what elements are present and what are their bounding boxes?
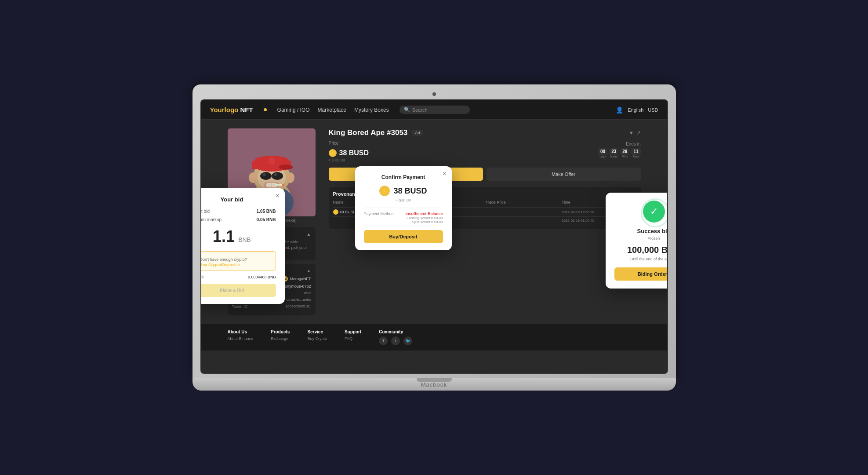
min-markup-value: 0.05 BNB xyxy=(257,217,276,222)
laptop-label: Macbook xyxy=(421,381,447,388)
success-check-icon: ✓ xyxy=(643,201,665,223)
footer: About Us About Binance Products Exchange… xyxy=(201,324,667,351)
nav-right: 👤 English USD xyxy=(616,106,658,113)
user-icon: 👤 xyxy=(616,106,623,113)
nav-gaming[interactable]: Gaming / IGO xyxy=(277,107,310,113)
available-value: 0.0004468 BNB xyxy=(248,275,276,279)
buy-deposit-button[interactable]: Buy/Deposit xyxy=(364,230,443,243)
confirm-payment-modal: × Confirm Payment ⚡ 38 BUSD = $38.00 Pay… xyxy=(355,166,452,250)
current-bid-label: Current bid xyxy=(200,209,210,214)
footer-about-title: About Us xyxy=(228,329,254,334)
svg-point-15 xyxy=(287,174,293,181)
biding-orders-button[interactable]: Biding Orders xyxy=(614,267,668,281)
details-toggle[interactable]: ▲ xyxy=(307,268,311,273)
nav-lang[interactable]: English xyxy=(628,107,643,113)
footer-products-title: Products xyxy=(271,329,290,334)
footer-products-link-1[interactable]: Exchange xyxy=(271,336,290,341)
prov-coin-icon: ⚡ xyxy=(333,209,338,215)
available-label: Available xyxy=(200,275,204,279)
laptop-notch xyxy=(417,378,452,382)
browser-content: Yourlogo NFT Gaming / IGO Marketplace My… xyxy=(201,100,667,373)
svg-point-7 xyxy=(272,172,283,180)
logo-nft: NFT xyxy=(238,106,253,113)
favorite-icon[interactable]: ♥ xyxy=(629,130,632,136)
bid-currency: BNB xyxy=(238,236,251,243)
instagram-icon[interactable]: I xyxy=(391,336,400,345)
footer-support-link-1[interactable]: FAQ xyxy=(345,336,361,341)
ends-in-label: Ends in xyxy=(626,142,640,146)
countdown-mins: 29 xyxy=(620,148,629,155)
insufficient-balance: Insufficient Balance xyxy=(405,212,443,216)
bid-warning-text: Don't have enough crypto? xyxy=(200,257,247,262)
nav-currency[interactable]: USD xyxy=(648,107,658,113)
spot-wallet: Spot Wallet = $0.00 xyxy=(405,220,443,224)
laptop-base: Macbook xyxy=(192,378,676,391)
make-offer-button[interactable]: Make Offer xyxy=(487,168,641,181)
token-label: Token ID xyxy=(232,304,248,309)
laptop-camera xyxy=(432,92,436,96)
min-markup-label: Minimum markup xyxy=(200,217,222,222)
footer-support-title: Support xyxy=(345,329,361,334)
bid-warning: ⚠ Don't have enough crypto? Buy Crypto/D… xyxy=(200,251,276,270)
navbar: Yourlogo NFT Gaming / IGO Marketplace My… xyxy=(201,100,667,120)
buy-crypto-link[interactable]: Buy Crypto/Deposit > xyxy=(200,263,247,267)
footer-about: About Us About Binance xyxy=(228,329,254,345)
nav-mystery[interactable]: Mystery Boxes xyxy=(354,107,389,113)
nft-title: King Bored Ape #3053 xyxy=(329,128,408,137)
contract-value: 0x1dDB....a9Ec xyxy=(287,298,311,302)
laptop-lid: Yourlogo NFT Gaming / IGO Marketplace My… xyxy=(192,84,676,378)
logo[interactable]: Yourlogo NFT xyxy=(210,106,253,113)
footer-community-title: Community xyxy=(379,329,412,334)
nav-links: Gaming / IGO Marketplace Mystery Boxes xyxy=(277,107,389,113)
price-coin-icon: ⚡ xyxy=(329,149,337,157)
place-bid-button[interactable]: Place a Bid xyxy=(200,284,276,297)
price-amount: 38 BUSD xyxy=(339,149,369,157)
svg-point-10 xyxy=(262,173,266,176)
twitter-icon[interactable]: T xyxy=(379,336,388,345)
countdown-days: 00 xyxy=(598,148,607,155)
footer-about-link-1[interactable]: About Binance xyxy=(228,336,254,341)
search-icon: 🔍 xyxy=(404,107,410,113)
footer-products: Products Exchange xyxy=(271,329,290,345)
share-icon[interactable]: ↗ xyxy=(636,130,641,136)
confirm-coin-icon: ⚡ xyxy=(379,186,390,196)
bid-modal-close[interactable]: × xyxy=(276,193,279,199)
svg-point-14 xyxy=(251,174,256,181)
funding-wallet: Funding Wallet = $0.00 xyxy=(405,216,443,220)
payment-info: Insufficient Balance Funding Wallet = $0… xyxy=(405,212,443,224)
footer-support: Support FAQ xyxy=(345,329,361,345)
svg-rect-9 xyxy=(271,175,272,177)
prov-name-1: 49 BUSD xyxy=(340,210,356,214)
prov-col-price: Trade Price xyxy=(486,200,560,205)
price-label: Price xyxy=(329,141,339,146)
description-toggle[interactable]: ▲ xyxy=(307,232,311,237)
countdown: 00 days 23 hours 29 Mins xyxy=(598,148,641,158)
svg-point-6 xyxy=(260,172,272,180)
success-title: Success bid xyxy=(614,228,668,234)
price-usd: ≈ $ 38.00 xyxy=(329,158,641,162)
countdown-secs: 11 xyxy=(631,148,640,155)
current-bid-value: 1.05 BNB xyxy=(257,209,276,214)
confirm-modal-title: Confirm Payment xyxy=(364,174,443,180)
nft-badge: Art xyxy=(412,130,423,136)
confirm-amount: 38 BUSD xyxy=(393,186,427,196)
footer-service-title: Service xyxy=(307,329,327,334)
creator-value: M MorugaNFT xyxy=(283,276,311,281)
svg-point-19 xyxy=(279,164,293,170)
bid-amount: 1.1 xyxy=(213,227,235,246)
svg-point-11 xyxy=(274,173,277,176)
twitter-bird-icon[interactable]: 🐦 xyxy=(403,336,412,345)
footer-social-links: T I 🐦 xyxy=(379,336,412,345)
footer-service-link-1[interactable]: Buy Crypto xyxy=(307,336,327,341)
laptop-container: Yourlogo NFT Gaming / IGO Marketplace My… xyxy=(192,84,676,391)
nav-marketplace[interactable]: Marketplace xyxy=(318,107,346,113)
confirm-modal-close[interactable]: × xyxy=(443,171,446,177)
your-bid-modal: × Your bid Current bid 1.05 BNB Minimum … xyxy=(200,188,285,304)
svg-point-20 xyxy=(268,157,275,164)
logo-your: Yourlogo xyxy=(210,106,239,113)
search-bar[interactable]: 🔍 Search xyxy=(399,106,470,114)
svg-rect-30 xyxy=(282,184,284,186)
footer-service: Service Buy Crypto xyxy=(307,329,327,345)
success-subtitle: Frozen xyxy=(614,236,668,241)
bid-modal-title: Your bid xyxy=(200,196,276,203)
